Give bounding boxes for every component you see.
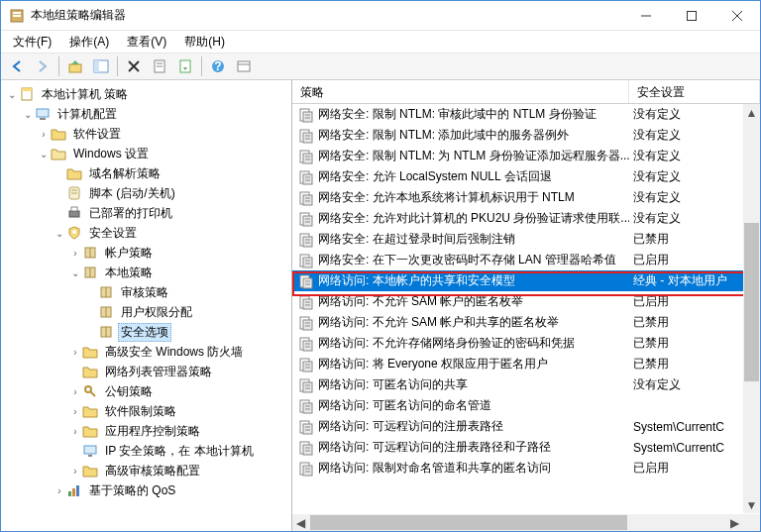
caret-right-icon[interactable]: › [68, 386, 82, 397]
policy-row[interactable]: 网络安全: 允许本地系统将计算机标识用于 NTLM没有定义 [292, 187, 760, 208]
policy-icon [298, 398, 314, 414]
tree-label: 本地策略 [102, 264, 156, 282]
policy-row[interactable]: 网络安全: 允许对此计算机的 PKU2U 身份验证请求使用联...没有定义 [292, 208, 760, 229]
tree-user-rights[interactable]: 用户权限分配 [1, 302, 291, 322]
policy-name: 网络安全: 在超过登录时间后强制注销 [318, 231, 515, 248]
policy-row[interactable]: 网络安全: 在超过登录时间后强制注销已禁用 [292, 229, 760, 250]
tree-security-settings[interactable]: ⌄安全设置 [1, 223, 291, 243]
tree-account-policy[interactable]: ›帐户策略 [1, 243, 291, 263]
policy-row[interactable]: 网络访问: 不允许 SAM 帐户和共享的匿名枚举已禁用 [292, 312, 760, 333]
window-title: 本地组策略编辑器 [31, 7, 623, 24]
delete-button[interactable] [122, 54, 146, 78]
tree-advanced-audit[interactable]: ›高级审核策略配置 [1, 461, 291, 480]
policy-name: 网络访问: 可远程访问的注册表路径 [318, 418, 503, 435]
menu-view[interactable]: 查看(V) [119, 32, 174, 53]
tree-local-policy[interactable]: ⌄本地策略 [1, 263, 291, 282]
tree-security-options[interactable]: 安全选项 [1, 322, 291, 342]
caret-right-icon[interactable]: › [68, 248, 82, 259]
tree-pane[interactable]: ⌄本地计算机 策略⌄计算机配置›软件设置⌄Windows 设置 域名解析策略 脚… [1, 80, 292, 531]
policy-row[interactable]: 网络访问: 将 Everyone 权限应用于匿名用户已禁用 [292, 354, 760, 374]
policy-name: 网络安全: 在下一次更改密码时不存储 LAN 管理器哈希值 [318, 252, 616, 268]
caret-right-icon[interactable]: › [37, 129, 51, 140]
column-policy[interactable]: 策略 [292, 80, 629, 103]
svg-rect-27 [69, 211, 79, 217]
menu-action[interactable]: 操作(A) [61, 32, 117, 53]
policy-name: 网络安全: 限制 NTLM: 添加此域中的服务器例外 [318, 127, 569, 144]
tree-icon [66, 165, 82, 181]
caret-right-icon[interactable]: › [68, 347, 82, 358]
scroll-thumb[interactable] [310, 515, 627, 530]
menu-help[interactable]: 帮助(H) [176, 32, 233, 53]
horizontal-scrollbar[interactable]: ◀ ▶ [292, 514, 743, 531]
policy-row[interactable]: 网络访问: 可匿名访问的共享没有定义 [292, 374, 760, 395]
caret-down-icon[interactable]: ⌄ [37, 149, 51, 160]
scroll-thumb[interactable] [744, 223, 759, 381]
properties-button[interactable] [148, 54, 171, 78]
policy-row[interactable]: 网络访问: 不允许 SAM 帐户的匿名枚举已启用 [292, 291, 760, 312]
close-button[interactable] [714, 1, 760, 30]
policy-row[interactable]: 网络访问: 不允许存储网络身份验证的密码和凭据已禁用 [292, 333, 760, 354]
tree-software-settings[interactable]: ›软件设置 [1, 124, 291, 144]
tree-root[interactable]: ⌄本地计算机 策略 [1, 84, 291, 104]
tree-windows-settings[interactable]: ⌄Windows 设置 [1, 144, 291, 163]
policy-row[interactable]: 网络访问: 本地帐户的共享和安全模型经典 - 对本地用户 [292, 270, 760, 291]
scroll-down-icon[interactable]: ▼ [743, 496, 760, 513]
svg-rect-4 [688, 11, 697, 20]
policy-row[interactable]: 网络安全: 允许 LocalSystem NULL 会话回退没有定义 [292, 166, 760, 187]
caret-down-icon[interactable]: ⌄ [53, 228, 66, 239]
caret-right-icon[interactable]: › [68, 406, 82, 417]
minimize-button[interactable] [623, 1, 669, 30]
list-body[interactable]: 网络安全: 限制 NTLM: 审核此域中的 NTLM 身份验证没有定义网络安全:… [292, 104, 760, 531]
policy-row[interactable]: 网络访问: 可远程访问的注册表路径System\CurrentC [292, 416, 760, 437]
up-button[interactable] [63, 54, 87, 78]
tree-public-key[interactable]: ›公钥策略 [1, 381, 291, 401]
policy-setting: 已启用 [629, 293, 760, 310]
caret-down-icon[interactable]: ⌄ [68, 267, 82, 278]
tree-dns-policy[interactable]: 域名解析策略 [1, 163, 291, 183]
caret-right-icon[interactable]: › [68, 466, 82, 477]
policy-row[interactable]: 网络安全: 限制 NTLM: 为 NTLM 身份验证添加远程服务器...没有定义 [292, 146, 760, 166]
policy-icon [298, 440, 314, 456]
help-button[interactable]: ? [206, 54, 230, 78]
tree-qos[interactable]: ›基于策略的 QoS [1, 480, 291, 500]
policy-row[interactable]: 网络访问: 可远程访问的注册表路径和子路径System\CurrentC [292, 437, 760, 458]
policy-row[interactable]: 网络访问: 可匿名访问的命名管道 [292, 395, 760, 416]
forward-button[interactable] [31, 54, 54, 78]
scroll-left-icon[interactable]: ◀ [292, 514, 309, 531]
policy-row[interactable]: 网络安全: 限制 NTLM: 添加此域中的服务器例外没有定义 [292, 125, 760, 146]
show-hide-tree-button[interactable] [89, 54, 113, 78]
tree-software-restriction[interactable]: ›软件限制策略 [1, 401, 291, 421]
menu-file[interactable]: 文件(F) [5, 32, 59, 53]
policy-name: 网络访问: 可匿名访问的命名管道 [318, 397, 491, 414]
caret-right-icon[interactable]: › [68, 426, 82, 437]
policy-setting: 已启用 [629, 252, 760, 268]
caret-right-icon[interactable]: › [53, 485, 66, 496]
back-button[interactable] [5, 54, 29, 78]
policy-row[interactable]: 网络安全: 在下一次更改密码时不存储 LAN 管理器哈希值已启用 [292, 250, 760, 270]
tree-printers[interactable]: 已部署的打印机 [1, 203, 291, 223]
tree-audit-policy[interactable]: 审核策略 [1, 282, 291, 302]
column-setting[interactable]: 安全设置 [629, 80, 760, 103]
scroll-right-icon[interactable]: ▶ [726, 514, 743, 531]
tree-icon [82, 443, 98, 459]
scroll-up-icon[interactable]: ▲ [743, 104, 760, 121]
tree-ipsec[interactable]: IP 安全策略，在 本地计算机 [1, 441, 291, 461]
policy-row[interactable]: 网络安全: 限制 NTLM: 审核此域中的 NTLM 身份验证没有定义 [292, 104, 760, 125]
refresh-button[interactable] [232, 54, 256, 78]
svg-rect-45 [72, 488, 75, 496]
tree-network-list[interactable]: 网络列表管理器策略 [1, 362, 291, 381]
svg-rect-1 [13, 12, 21, 14]
export-button[interactable] [173, 54, 197, 78]
policy-setting: 没有定义 [629, 168, 760, 185]
caret-down-icon[interactable]: ⌄ [5, 89, 19, 100]
policy-row[interactable]: 网络访问: 限制对命名管道和共享的匿名访问已启用 [292, 458, 760, 479]
maximize-button[interactable] [669, 1, 714, 30]
caret-down-icon[interactable]: ⌄ [21, 109, 35, 120]
tree-app-control[interactable]: ›应用程序控制策略 [1, 421, 291, 441]
tree-firewall[interactable]: ›高级安全 Windows 防火墙 [1, 342, 291, 362]
tree-scripts[interactable]: 脚本 (启动/关机) [1, 183, 291, 203]
tree-computer-config[interactable]: ⌄计算机配置 [1, 104, 291, 124]
policy-icon [298, 461, 314, 477]
vertical-scrollbar[interactable]: ▲ ▼ [743, 104, 760, 513]
titlebar[interactable]: 本地组策略编辑器 [1, 1, 760, 31]
